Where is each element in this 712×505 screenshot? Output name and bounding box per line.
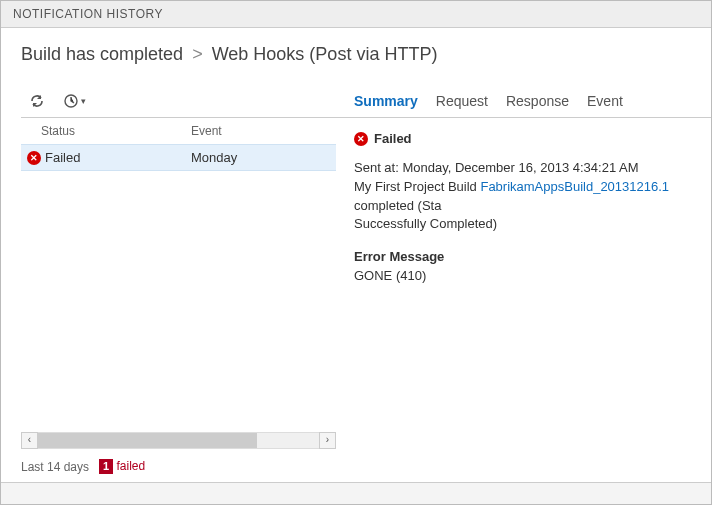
scroll-left-button[interactable]: ‹: [21, 432, 38, 449]
breadcrumb: Build has completed > Web Hooks (Post vi…: [1, 28, 711, 83]
tab-response[interactable]: Response: [506, 93, 569, 109]
history-icon: [63, 93, 79, 109]
error-title: Error Message: [354, 248, 693, 267]
sent-at-label: Sent at:: [354, 160, 399, 175]
row-status: Failed: [45, 150, 80, 165]
range-label: Last 14 days: [21, 460, 89, 474]
detail-status: Failed: [374, 130, 412, 149]
message-line-2: Successfully Completed): [354, 215, 693, 234]
sent-at-line: Sent at: Monday, December 16, 2013 4:34:…: [354, 159, 693, 178]
error-icon: [27, 151, 41, 165]
message-suffix-1: completed (Sta: [354, 198, 441, 213]
history-toolbar: ▾: [21, 83, 336, 118]
col-event: Event: [191, 124, 336, 138]
footer-strip: [1, 483, 711, 505]
breadcrumb-separator: >: [192, 44, 203, 64]
build-link[interactable]: FabrikamAppsBuild_20131216.1: [480, 179, 669, 194]
error-body: GONE (410): [354, 267, 693, 286]
refresh-button[interactable]: [29, 93, 45, 109]
history-list-panel: ▾ Status Event Failed Monday ‹ › La: [1, 83, 336, 482]
breadcrumb-event: Build has completed: [21, 44, 183, 64]
history-table-body: Failed Monday: [21, 144, 336, 432]
breadcrumb-consumer: Web Hooks (Post via HTTP): [212, 44, 438, 64]
horizontal-scrollbar[interactable]: ‹ ›: [21, 432, 336, 449]
message-line-1: My First Project Build FabrikamAppsBuild…: [354, 178, 693, 216]
failed-count-badge: 1: [99, 459, 113, 474]
history-range-dropdown[interactable]: ▾: [63, 93, 86, 109]
detail-body: Failed Sent at: Monday, December 16, 201…: [336, 118, 711, 298]
panel-title: NOTIFICATION HISTORY: [1, 1, 711, 28]
panel-title-text: NOTIFICATION HISTORY: [13, 7, 163, 21]
detail-status-row: Failed: [354, 130, 693, 149]
message-prefix: My First Project Build: [354, 179, 477, 194]
sent-at-value: Monday, December 16, 2013 4:34:21 AM: [402, 160, 638, 175]
error-icon: [354, 132, 368, 146]
table-row[interactable]: Failed Monday: [21, 144, 336, 171]
col-status: Status: [41, 124, 191, 138]
detail-tabs: Summary Request Response Event: [336, 83, 711, 118]
detail-panel: Summary Request Response Event Failed Se…: [336, 83, 711, 482]
failed-label: failed: [117, 459, 146, 473]
tab-request[interactable]: Request: [436, 93, 488, 109]
history-status-line: Last 14 days 1 failed: [21, 455, 336, 482]
refresh-icon: [29, 93, 45, 109]
chevron-down-icon: ▾: [81, 96, 86, 106]
tab-summary[interactable]: Summary: [354, 93, 418, 109]
scroll-right-button[interactable]: ›: [319, 432, 336, 449]
scroll-thumb[interactable]: [38, 433, 257, 448]
scroll-track[interactable]: [38, 432, 319, 449]
tab-event[interactable]: Event: [587, 93, 623, 109]
row-event: Monday: [191, 150, 336, 165]
history-table-header: Status Event: [21, 118, 336, 144]
